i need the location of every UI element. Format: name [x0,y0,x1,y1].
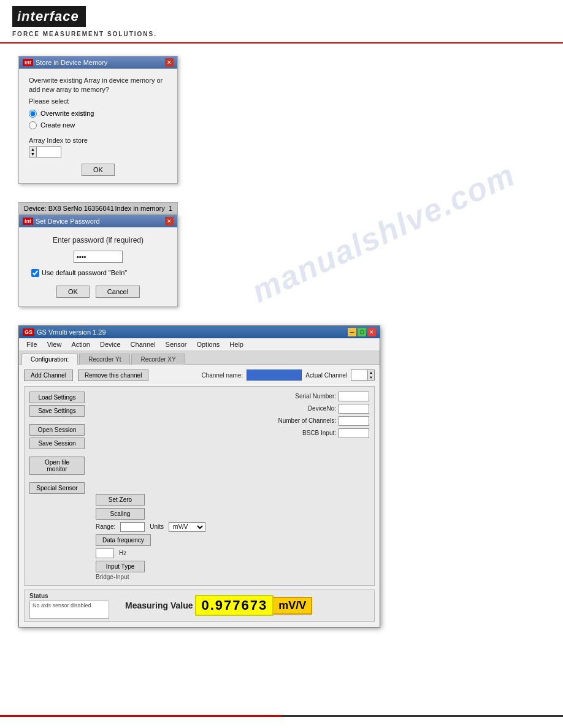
app-title-bar: GS GS Vmulti version 1.29 ─ □ ✕ [19,326,380,338]
radio-overwrite-existing[interactable]: Overwrite existing [29,110,167,118]
dialog2-title-icon: Int [23,218,33,225]
dialog2-cancel-button[interactable]: Cancel [96,286,140,298]
menu-action[interactable]: Action [66,339,95,349]
radio-create-new[interactable]: Create new [29,121,167,129]
array-index-section: Array Index to store ▲ ▼ 1 [29,137,167,157]
radio-overwrite-existing-label: Overwrite existing [40,110,94,117]
bscb-input-label: BSCB Input: [302,430,336,436]
array-index-spinner: ▲ ▼ 1 [29,146,167,157]
units-select[interactable]: mV/V [169,522,205,532]
input-type-row: Bridge-Input [96,574,369,580]
menu-channel[interactable]: Channel [126,339,161,349]
array-index-down-arrow[interactable]: ▼ [29,152,36,157]
actual-channel-down-arrow[interactable]: ▼ [368,375,374,380]
app-tabs-row: Configuration: Recorder Yt Recorder XY [19,351,380,365]
dialog1-ok-row: OK [29,164,167,176]
dialog1-title-icon: Int [23,59,33,66]
measuring-label: Measuring Value [125,601,193,610]
close-button[interactable]: ✕ [367,328,376,336]
tagline: FORCE MEASUREMENT SOLUTIONS. [12,31,551,37]
array-index-arrows[interactable]: ▲ ▼ [29,146,37,157]
menu-sensor[interactable]: Sensor [161,339,192,349]
set-device-password-dialog: Int Set Device Password ✕ Enter password… [18,214,178,307]
save-settings-button[interactable]: Save Settings [29,405,85,417]
data-frequency-input[interactable]: 10 [96,548,114,558]
save-session-button[interactable]: Save Session [29,438,85,449]
device-info-text: Device: BX8 SerNo 16356041 [24,205,114,212]
tab-recorder-xy[interactable]: Recorder XY [131,354,185,365]
serial-number-input[interactable]: 26728737 [339,392,369,401]
tab-recorder-yt[interactable]: Recorder Yt [79,354,130,365]
maximize-button[interactable]: □ [358,328,366,336]
status-label: Status [29,593,109,599]
dialog2-title-text: Set Device Password [36,218,100,225]
menu-help[interactable]: Help [224,339,248,349]
tab-configuration[interactable]: Configuration: [21,354,78,365]
input-type-button[interactable]: Input Type [96,561,145,572]
app-title-icon: GS [23,328,34,336]
open-session-button[interactable]: Open Session [29,424,85,436]
actual-channel-arrows[interactable]: ▲ ▼ [368,370,375,381]
dialog1-body: Overwrite existing Array in device memor… [19,69,177,183]
actual-channel-input[interactable]: 6 [351,370,368,381]
num-channels-input[interactable]: 8 [339,416,369,426]
serial-number-label: Serial Number: [295,393,336,400]
password-input[interactable] [74,251,123,263]
dialog2-ok-cancel-row: OK Cancel [31,286,165,298]
dialog2-ok-button[interactable]: OK [56,286,90,298]
enter-password-label: Enter password (if required) [31,236,165,245]
actual-channel-up-arrow[interactable]: ▲ [368,370,374,375]
measuring-number: 0.977673 [195,595,274,616]
set-zero-button[interactable]: Set Zero [96,494,145,506]
serial-number-row: Serial Number: 26728737 [247,392,369,401]
array-index-input[interactable]: 1 [37,146,61,157]
range-input[interactable]: 2 [120,522,145,532]
data-frequency-button[interactable]: Data frequency [96,534,151,546]
bscb-input-row: BSCB Input: 6 [247,428,369,438]
units-label: Units [150,523,164,530]
app-window: GS GS Vmulti version 1.29 ─ □ ✕ File Vie… [18,325,380,628]
menu-file[interactable]: File [21,339,42,349]
app-title-left: GS GS Vmulti version 1.29 [23,328,106,336]
dialog2-title-left: Int Set Device Password [23,218,100,225]
dialog1-question: Overwrite existing Array in device memor… [29,76,167,95]
scaling-button[interactable]: Scaling [96,508,145,520]
hz-label: Hz [119,550,126,556]
left-buttons: Load Settings Save Settings Open Session… [29,392,85,494]
logo-text: interface [17,9,81,25]
menu-options[interactable]: Options [191,339,224,349]
add-channel-button[interactable]: Add Channel [24,370,73,381]
dialog2-close-button[interactable]: ✕ [165,217,174,226]
measuring-unit: mV/V [274,597,312,615]
use-default-password-checkbox-row[interactable]: Use default password "BeIn" [31,269,165,277]
array-index-up-arrow[interactable]: ▲ [29,147,36,152]
bscb-input-input[interactable]: 6 [339,428,369,438]
use-default-password-label: Use default password "BeIn" [42,269,127,276]
app-window-controls: ─ □ ✕ [348,328,376,336]
channel-row: Add Channel Remove this channel Channel … [24,370,375,381]
store-in-device-memory-dialog: Int Store in Device Memory ✕ Overwrite e… [18,56,178,184]
main-panel: Serial Number: 26728737 DeviceNo: 2 Numb… [24,386,375,586]
dialog1-ok-button[interactable]: OK [82,164,115,176]
dialog2-wrapper: Device: BX8 SerNo 16356041 Index in memo… [18,202,545,307]
device-no-row: DeviceNo: 2 [247,404,369,414]
status-section: Status No axis sensor disabled [29,593,109,619]
radio-create-new-input[interactable] [29,121,37,129]
menu-view[interactable]: View [42,339,67,349]
device-no-input[interactable]: 2 [339,404,369,414]
channel-name-section: Channel name: Actual Channel 6 ▲ ▼ [201,370,375,381]
menu-device[interactable]: Device [95,339,126,349]
minimize-button[interactable]: ─ [348,328,356,336]
dialog1-title-bar: Int Store in Device Memory ✕ [19,56,177,69]
open-file-monitor-button[interactable]: Open file monitor [29,457,85,475]
dialog1-please-select: Please select [29,97,167,105]
special-sensor-button[interactable]: Special Sensor [29,482,85,494]
use-default-password-checkbox[interactable] [31,269,39,277]
num-channels-row: Number of Channels: 8 [247,416,369,426]
dialog1-close-button[interactable]: ✕ [165,58,174,67]
radio-overwrite-existing-input[interactable] [29,110,37,118]
app-body: Add Channel Remove this channel Channel … [19,365,380,627]
load-settings-button[interactable]: Load Settings [29,392,85,403]
remove-channel-button[interactable]: Remove this channel [78,370,148,381]
channel-name-input[interactable] [247,370,302,381]
